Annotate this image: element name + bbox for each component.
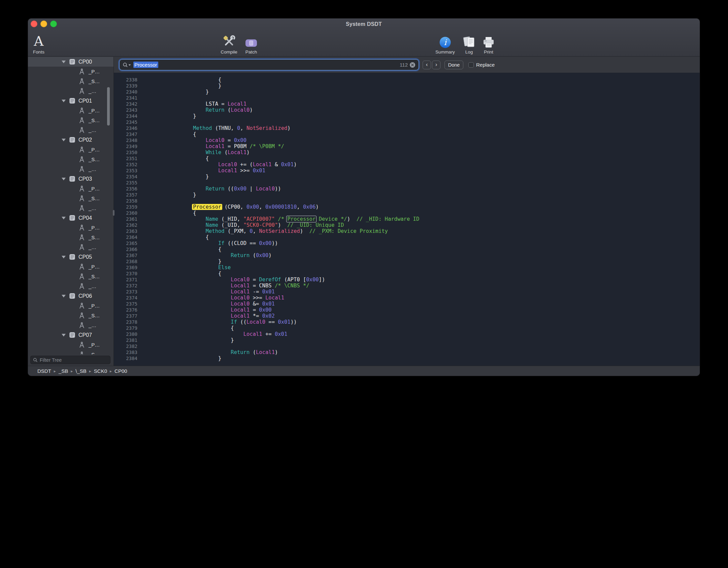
code-line: 2367 Return (0x00) (114, 252, 700, 258)
find-bar: Processor 112 ‹ › Done Replace (114, 57, 700, 73)
summary-button[interactable]: i Summary (435, 31, 455, 55)
method-icon (78, 117, 85, 124)
sidebar-item[interactable]: _S… (28, 154, 113, 164)
sidebar-group-CP05[interactable]: CP05 (28, 252, 113, 262)
log-button[interactable]: Log (462, 31, 476, 55)
line-number: 2371 (114, 277, 137, 283)
scope-icon (69, 97, 76, 104)
sidebar-item[interactable]: _… (28, 281, 113, 291)
summary-label: Summary (435, 49, 455, 55)
tree-item-label: _P… (89, 264, 100, 270)
clear-search-button[interactable] (409, 62, 416, 68)
code-line: 2354 } (114, 174, 700, 180)
sidebar-item[interactable]: _P… (28, 223, 113, 233)
minimize-button[interactable] (40, 21, 47, 27)
code-line: 2363 Method (_PXM, 0, NotSerialized) // … (114, 228, 700, 234)
tree-item-label: CP05 (78, 254, 92, 260)
sidebar-item[interactable]: _… (28, 164, 113, 174)
sidebar-item[interactable]: _… (28, 86, 113, 96)
line-number: 2365 (114, 240, 137, 246)
disclosure-triangle-icon[interactable] (62, 217, 66, 219)
pane-splitter[interactable] (113, 57, 114, 366)
breadcrumb-item[interactable]: DSDT (37, 368, 51, 374)
sidebar-group-CP07[interactable]: CP07 (28, 330, 113, 340)
disclosure-triangle-icon[interactable] (62, 295, 66, 297)
sidebar-group-CP01[interactable]: CP01 (28, 96, 113, 106)
disclosure-triangle-icon[interactable] (62, 178, 66, 180)
sidebar-item[interactable]: _P… (28, 145, 113, 154)
sidebar-item[interactable]: _P… (28, 184, 113, 193)
disclosure-triangle-icon[interactable] (62, 256, 66, 258)
sidebar-group-CP00[interactable]: CP00 (28, 57, 113, 67)
close-button[interactable] (31, 21, 37, 27)
sidebar-item[interactable]: _S… (28, 233, 113, 242)
sidebar: CP00_P…_S…_…CP01_P…_S…_…CP02_P…_S…_…CP03… (28, 57, 113, 366)
replace-label[interactable]: Replace (476, 62, 495, 68)
code-line: 2340 } (114, 89, 700, 95)
editor-pane: Processor 112 ‹ › Done Replace (114, 57, 700, 366)
disclosure-triangle-icon[interactable] (62, 334, 66, 336)
sidebar-group-CP04[interactable]: CP04 (28, 213, 113, 223)
find-next-button[interactable]: › (432, 61, 440, 69)
sidebar-item[interactable]: _S… (28, 311, 113, 320)
sidebar-item[interactable]: _… (28, 242, 113, 252)
sidebar-item[interactable]: _S… (28, 272, 113, 281)
sidebar-item[interactable]: _P… (28, 340, 113, 350)
disclosure-triangle-icon[interactable] (62, 139, 66, 141)
line-number: 2358 (114, 198, 137, 204)
splitter-handle-icon[interactable] (113, 210, 114, 216)
line-number: 2342 (114, 101, 137, 107)
compile-button[interactable]: Compile (221, 31, 237, 55)
sidebar-item[interactable]: _P… (28, 106, 113, 115)
sidebar-item[interactable]: _P… (28, 262, 113, 272)
breadcrumb-item[interactable]: CP00 (114, 368, 127, 374)
sidebar-item[interactable]: _P… (28, 67, 113, 76)
code-line: 2365 If ((CLOD == 0x00)) (114, 240, 700, 246)
fonts-button[interactable]: A Fonts (33, 31, 44, 55)
scope-icon (69, 253, 76, 260)
search-menu-icon[interactable] (123, 62, 132, 68)
disclosure-triangle-icon[interactable] (62, 61, 66, 63)
method-icon (78, 156, 85, 163)
method-icon (78, 283, 85, 290)
filter-placeholder: Filter Tree (40, 357, 62, 363)
window-chrome: System DSDT A Fonts Compi (28, 19, 700, 57)
sidebar-item[interactable]: _… (28, 125, 113, 135)
line-number: 2350 (114, 149, 137, 155)
breadcrumb-item[interactable]: SCK0 (94, 368, 107, 374)
traffic-lights (31, 21, 57, 27)
sidebar-item[interactable]: _S… (28, 115, 113, 125)
done-button[interactable]: Done (444, 61, 463, 69)
line-number: 2367 (114, 252, 137, 258)
tree-item-label: _S… (89, 235, 100, 240)
sidebar-item[interactable]: _S… (28, 193, 113, 203)
find-previous-button[interactable]: ‹ (423, 61, 431, 69)
sidebar-item[interactable]: _… (28, 320, 113, 330)
sidebar-scrollbar[interactable] (107, 87, 110, 126)
line-number: 2344 (114, 113, 137, 119)
sidebar-group-CP06[interactable]: CP06 (28, 291, 113, 301)
code-editor[interactable]: 2338 {2339 }2340 }23412342 LSTA = Local1… (114, 73, 700, 366)
sidebar-item[interactable]: _S… (28, 76, 113, 86)
print-button[interactable]: Print (482, 31, 495, 55)
patch-button[interactable]: Patch (245, 31, 258, 55)
tree-item-label: _S… (89, 274, 100, 279)
zoom-button[interactable] (50, 21, 57, 27)
code-line: 2339 } (114, 83, 700, 89)
breadcrumb-item[interactable]: \_SB (75, 368, 87, 374)
sidebar-group-CP03[interactable]: CP03 (28, 174, 113, 184)
breadcrumb-item[interactable]: _SB (59, 368, 68, 374)
line-number: 2341 (114, 95, 137, 101)
sidebar-item[interactable]: _… (28, 203, 113, 213)
sidebar-group-CP02[interactable]: CP02 (28, 135, 113, 145)
line-number: 2345 (114, 119, 137, 125)
replace-checkbox[interactable] (468, 62, 474, 68)
sidebar-item[interactable]: _S… (28, 350, 113, 354)
filter-tree-field[interactable]: Filter Tree (30, 356, 110, 364)
sidebar-item[interactable]: _P… (28, 301, 113, 311)
find-input[interactable]: Processor 112 (120, 60, 419, 70)
disclosure-triangle-icon[interactable] (62, 100, 66, 102)
scope-icon (69, 214, 76, 221)
code-line: 2353 Local1 >>= 0x01 (114, 168, 700, 174)
line-number: 2372 (114, 283, 137, 289)
